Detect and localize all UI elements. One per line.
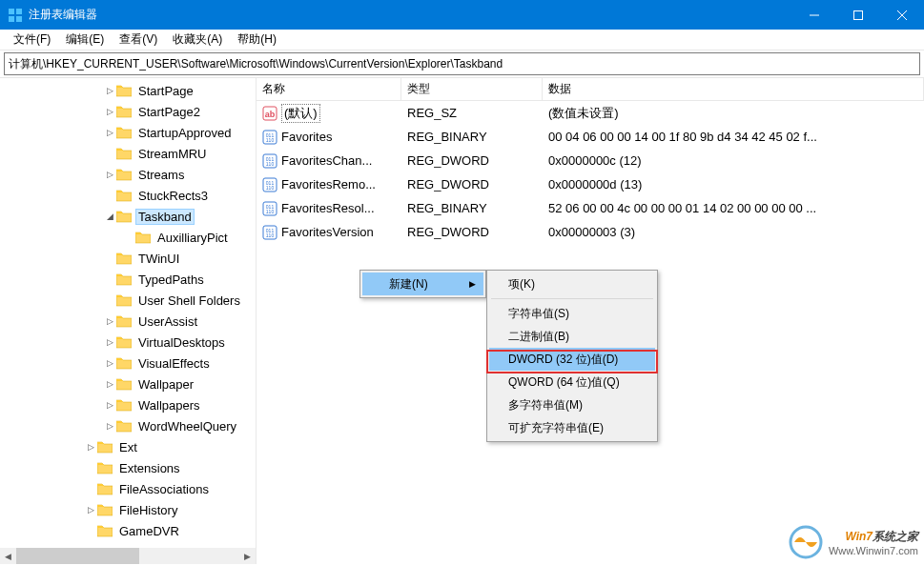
value-data: 0x00000003 (3) [543, 225, 924, 239]
value-row[interactable]: 011110FavoritesRemo...REG_DWORD0x0000000… [257, 172, 924, 196]
svg-rect-3 [16, 16, 22, 22]
tree-item-taskband[interactable]: ◢Taskband [0, 206, 256, 227]
expander-icon[interactable]: ▷ [103, 316, 116, 326]
tree-item-user-shell-folders[interactable]: User Shell Folders [0, 290, 256, 311]
scroll-track[interactable] [16, 548, 239, 564]
context-menu-new: 项(K) 字符串值(S) 二进制值(B) DWORD (32 位)值(D) QW… [486, 270, 658, 442]
value-data: 0x0000000c (12) [543, 153, 924, 168]
tree-item-startpage[interactable]: ▷StartPage [0, 80, 256, 101]
expander-icon[interactable]: ▷ [103, 379, 116, 389]
watermark: Win7系统之家 Www.Winwin7.com [789, 525, 918, 559]
svg-rect-2 [9, 16, 14, 22]
minimize-button[interactable] [792, 0, 836, 30]
context-menu-main: 新建(N) ▶ [359, 270, 486, 298]
expander-icon[interactable]: ▷ [103, 358, 116, 368]
maximize-button[interactable] [836, 0, 880, 30]
ctx-multistring[interactable]: 多字符串值(M) [489, 393, 655, 416]
value-row[interactable]: 011110FavoritesChan...REG_DWORD0x0000000… [257, 149, 924, 172]
tree-label: TWinUI [135, 251, 182, 267]
window-title: 注册表编辑器 [29, 7, 792, 23]
expander-icon[interactable]: ▷ [103, 337, 116, 347]
value-row[interactable]: 011110FavoritesVersionREG_DWORD0x0000000… [257, 220, 924, 244]
tree-label: Ext [116, 439, 140, 455]
ctx-binary[interactable]: 二进制值(B) [489, 325, 655, 348]
expander-icon[interactable]: ▷ [103, 400, 116, 410]
value-type: REG_DWORD [401, 177, 543, 192]
tree-h-scrollbar[interactable]: ◀ ▶ [0, 548, 256, 564]
tree-item-wallpaper[interactable]: ▷Wallpaper [0, 373, 256, 394]
scroll-thumb[interactable] [16, 548, 139, 564]
address-bar[interactable]: 计算机\HKEY_CURRENT_USER\Software\Microsoft… [4, 52, 920, 75]
tree-item-startupapproved[interactable]: ▷StartupApproved [0, 122, 256, 143]
tree-item-wallpapers[interactable]: ▷Wallpapers [0, 394, 256, 415]
value-name: (默认) [281, 104, 320, 123]
watermark-logo-icon [789, 525, 823, 559]
menu-file[interactable]: 文件(F) [6, 30, 58, 50]
col-name[interactable]: 名称 [257, 78, 401, 100]
col-type[interactable]: 类型 [401, 78, 543, 100]
tree-item-startpage2[interactable]: ▷StartPage2 [0, 101, 256, 122]
tree-item-typedpaths[interactable]: TypedPaths [0, 269, 256, 290]
ctx-qword[interactable]: QWORD (64 位)值(Q) [489, 371, 655, 393]
tree-item-gamedvr[interactable]: GameDVR [0, 520, 256, 541]
tree-label: AuxilliaryPict [154, 230, 231, 246]
value-name: FavoritesRemo... [281, 177, 376, 192]
value-row[interactable]: 011110FavoritesResol...REG_BINARY52 06 0… [257, 196, 924, 220]
tree-item-visualeffects[interactable]: ▷VisualEffects [0, 353, 256, 373]
value-name: FavoritesResol... [281, 201, 375, 215]
watermark-brand: Win7 [845, 530, 873, 543]
tree-label: FileAssociations [116, 481, 212, 497]
expander-icon[interactable]: ▷ [103, 86, 116, 95]
tree-label: TypedPaths [135, 272, 207, 288]
tree-label: VirtualDesktops [135, 334, 228, 351]
menu-view[interactable]: 查看(V) [112, 30, 165, 50]
tree-item-auxilliarypict[interactable]: AuxilliaryPict [0, 227, 256, 248]
registry-tree[interactable]: ▷StartPage▷StartPage2▷StartupApprovedStr… [0, 78, 256, 541]
ctx-string[interactable]: 字符串值(S) [489, 302, 655, 325]
tree-label: WordWheelQuery [135, 418, 239, 434]
svg-text:110: 110 [266, 209, 275, 214]
titlebar: 注册表编辑器 [0, 0, 924, 30]
svg-rect-0 [9, 9, 14, 14]
value-row[interactable]: 011110FavoritesREG_BINARY00 04 06 00 00 … [257, 125, 924, 149]
col-data[interactable]: 数据 [543, 78, 924, 100]
ctx-expandstring[interactable]: 可扩充字符串值(E) [489, 416, 655, 439]
tree-item-extensions[interactable]: Extensions [0, 457, 256, 478]
expander-icon[interactable]: ▷ [103, 107, 116, 116]
ctx-new[interactable]: 新建(N) ▶ [362, 272, 483, 295]
values-list[interactable]: ab(默认)REG_SZ(数值未设置)011110FavoritesREG_BI… [257, 101, 924, 244]
expander-icon[interactable]: ▷ [103, 421, 116, 431]
tree-item-twinui[interactable]: TWinUI [0, 248, 256, 269]
close-button[interactable] [880, 0, 924, 30]
value-name: Favorites [281, 130, 332, 144]
menu-favorites[interactable]: 收藏夹(A) [165, 30, 230, 50]
menu-help[interactable]: 帮助(H) [230, 30, 284, 50]
expander-icon[interactable]: ▷ [103, 128, 116, 137]
tree-label: FileHistory [116, 502, 180, 518]
scroll-left-icon[interactable]: ◀ [0, 548, 16, 564]
tree-item-fileassociations[interactable]: FileAssociations [0, 478, 256, 499]
tree-item-wordwheelquery[interactable]: ▷WordWheelQuery [0, 415, 256, 436]
tree-item-filehistory[interactable]: ▷FileHistory [0, 499, 256, 520]
expander-icon[interactable]: ▷ [84, 505, 97, 515]
ctx-dword[interactable]: DWORD (32 位)值(D) [489, 348, 655, 371]
tree-item-streammru[interactable]: StreamMRU [0, 143, 256, 164]
svg-rect-5 [854, 10, 863, 19]
value-type: REG_BINARY [401, 201, 543, 215]
menu-edit[interactable]: 编辑(E) [58, 30, 112, 50]
tree-label: StreamMRU [135, 146, 210, 162]
tree-label: Wallpaper [135, 376, 196, 393]
expander-icon[interactable]: ◢ [103, 212, 116, 221]
svg-text:110: 110 [266, 232, 275, 238]
tree-item-virtualdesktops[interactable]: ▷VirtualDesktops [0, 332, 256, 353]
tree-item-streams[interactable]: ▷Streams [0, 164, 256, 185]
tree-item-ext[interactable]: ▷Ext [0, 436, 256, 457]
value-row[interactable]: ab(默认)REG_SZ(数值未设置) [257, 101, 924, 125]
tree-item-userassist[interactable]: ▷UserAssist [0, 311, 256, 332]
ctx-key[interactable]: 项(K) [489, 272, 655, 295]
tree-pane: ▷StartPage▷StartPage2▷StartupApprovedStr… [0, 78, 257, 564]
expander-icon[interactable]: ▷ [84, 442, 97, 452]
expander-icon[interactable]: ▷ [103, 170, 116, 179]
scroll-right-icon[interactable]: ▶ [239, 548, 256, 564]
tree-item-stuckrects3[interactable]: StuckRects3 [0, 185, 256, 206]
